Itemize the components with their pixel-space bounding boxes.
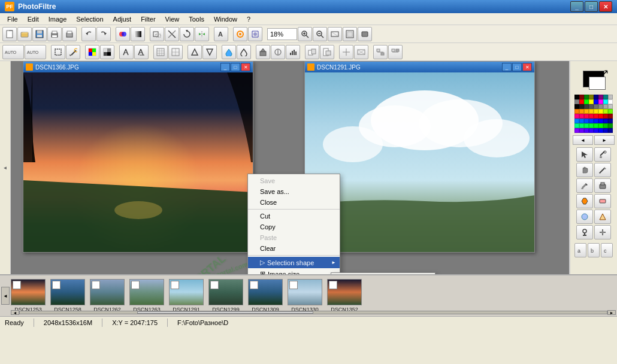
menu-window[interactable]: Window xyxy=(209,13,242,25)
ctx-close[interactable]: Close xyxy=(248,197,340,208)
palette-color-12[interactable] xyxy=(594,99,598,104)
drop-btn[interactable] xyxy=(222,45,236,59)
grid-btn[interactable] xyxy=(153,45,168,59)
ctx-clear[interactable]: Clear xyxy=(248,243,340,254)
stamp-tool-btn[interactable] xyxy=(594,178,611,193)
swap-colors-btn[interactable]: ↗ xyxy=(601,67,609,78)
palette-color-20[interactable] xyxy=(594,104,598,109)
grayscale-button[interactable] xyxy=(131,27,145,41)
fit-width-button[interactable] xyxy=(328,27,342,41)
zoom-in-button[interactable] xyxy=(298,27,312,41)
palette-color-4[interactable] xyxy=(594,95,598,99)
scroll-track[interactable] xyxy=(19,311,607,314)
save-button[interactable] xyxy=(32,27,47,41)
menu-adjust[interactable]: Adjust xyxy=(108,13,137,25)
mdi-maximize-2[interactable]: □ xyxy=(512,63,522,71)
palette-color-17[interactable] xyxy=(579,104,584,109)
thumb-DSCN1291[interactable]: DSCN1291 xyxy=(169,279,204,313)
thumb-DSCN1299[interactable]: DSCN1299 xyxy=(208,279,243,313)
type-text-btn[interactable] xyxy=(119,45,134,59)
palette-color-37[interactable] xyxy=(598,114,603,119)
blur-tool-btn[interactable] xyxy=(576,210,593,224)
minimize-button[interactable]: _ xyxy=(570,1,583,12)
palette-color-14[interactable] xyxy=(603,99,608,104)
palette-color-31[interactable] xyxy=(608,109,613,114)
menu-view[interactable]: View xyxy=(161,13,185,25)
palette-color-36[interactable] xyxy=(594,114,598,119)
fit-window-button[interactable] xyxy=(343,27,357,41)
arrow-tool-btn[interactable] xyxy=(576,147,593,162)
palette-color-3[interactable] xyxy=(589,95,594,99)
palette-color-8[interactable] xyxy=(574,99,579,104)
fill-tool-btn[interactable] xyxy=(576,194,593,208)
print2-button[interactable] xyxy=(62,27,77,41)
effects2-btn[interactable] xyxy=(271,45,285,59)
ctx-save-as[interactable]: Save as... xyxy=(248,186,340,197)
scroll-left-btn[interactable]: ◄ xyxy=(11,310,19,315)
palette-color-6[interactable] xyxy=(603,95,608,99)
tool-extra-2[interactable]: b xyxy=(588,243,600,257)
thumb-DSCN1352[interactable]: DSCN1352 xyxy=(327,279,362,313)
filter2-button[interactable] xyxy=(248,27,262,41)
palette-color-47[interactable] xyxy=(608,119,613,123)
palette-color-39[interactable] xyxy=(608,114,613,119)
brush-tool-btn[interactable] xyxy=(576,178,593,193)
palette-color-34[interactable] xyxy=(584,114,589,119)
palette-color-7[interactable] xyxy=(608,95,613,99)
palette-color-33[interactable] xyxy=(579,114,584,119)
swap2-btn[interactable] xyxy=(388,45,403,59)
fullscreen-button[interactable] xyxy=(358,27,372,41)
palette-color-13[interactable] xyxy=(598,99,603,104)
palette-color-57[interactable] xyxy=(579,128,584,133)
palette-next[interactable]: ► xyxy=(594,135,615,145)
palette-color-43[interactable] xyxy=(589,119,594,123)
palette-color-41[interactable] xyxy=(579,119,584,123)
palette-color-46[interactable] xyxy=(603,119,608,123)
palette-color-59[interactable] xyxy=(589,128,594,133)
merge-btn[interactable] xyxy=(339,45,353,59)
thumb-DSCN1330[interactable]: DSCN1330 xyxy=(288,279,322,313)
thumb-DSCN1258[interactable]: DSCN1258 xyxy=(50,279,85,313)
mdi-minimize-1[interactable]: _ xyxy=(220,63,230,71)
histogram-btn[interactable] xyxy=(286,45,300,59)
menu-tools[interactable]: Tools xyxy=(184,13,209,25)
palette-color-25[interactable] xyxy=(579,109,584,114)
ctx-copy[interactable]: Copy xyxy=(248,222,340,232)
print-button[interactable] xyxy=(47,27,62,41)
palette-color-35[interactable] xyxy=(589,114,594,119)
redo-button[interactable] xyxy=(96,27,111,41)
menu-file[interactable]: File xyxy=(2,13,23,25)
auto-levels2-button[interactable]: AUTO xyxy=(25,45,46,59)
eraser-tool-btn[interactable] xyxy=(594,194,611,208)
thumb-DSCN1262[interactable]: DSCN1262 xyxy=(90,279,125,313)
open-button[interactable] xyxy=(17,27,32,41)
palette-color-27[interactable] xyxy=(589,109,594,114)
color-picker2-btn[interactable] xyxy=(100,45,114,59)
background-color[interactable] xyxy=(589,77,606,90)
grid2-btn[interactable] xyxy=(168,45,183,59)
hand-tool-btn[interactable] xyxy=(576,163,593,177)
thumb-DSCN1253[interactable]: DSCN1253 xyxy=(11,279,46,313)
arrange-btn[interactable] xyxy=(305,45,319,59)
palette-color-55[interactable] xyxy=(608,123,613,128)
merge2-btn[interactable] xyxy=(354,45,368,59)
menu-image[interactable]: Image xyxy=(44,13,72,25)
auto-levels-button[interactable]: AUTO xyxy=(2,45,24,59)
ctx-image-size[interactable]: ⊞ Image size... xyxy=(248,268,340,274)
palette-color-51[interactable] xyxy=(589,123,594,128)
ctx-save[interactable]: Save xyxy=(248,175,340,186)
menu-edit[interactable]: Edit xyxy=(23,13,44,25)
close-button[interactable]: ✕ xyxy=(599,1,612,12)
swap-btn[interactable] xyxy=(373,45,388,59)
color-balance-button[interactable] xyxy=(116,27,130,41)
sharpen-tool-btn[interactable] xyxy=(594,210,611,224)
palette-color-2[interactable] xyxy=(584,95,589,99)
palette-color-11[interactable] xyxy=(589,99,594,104)
selection-tool-button[interactable] xyxy=(51,45,65,59)
palette-color-0[interactable] xyxy=(574,95,579,99)
palette-color-29[interactable] xyxy=(598,109,603,114)
palette-color-23[interactable] xyxy=(608,104,613,109)
menu-help[interactable]: ? xyxy=(242,13,255,25)
palette-color-19[interactable] xyxy=(589,104,594,109)
undo-button[interactable] xyxy=(81,27,96,41)
